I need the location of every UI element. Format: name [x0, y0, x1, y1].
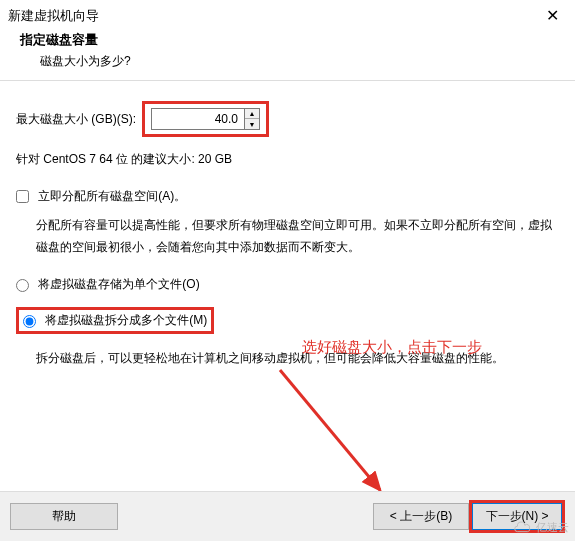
single-file-label[interactable]: 将虚拟磁盘存储为单个文件(O): [16, 277, 200, 291]
cloud-icon: [512, 521, 534, 535]
watermark-text: 亿速云: [536, 520, 569, 535]
page-title: 指定磁盘容量: [20, 31, 555, 49]
split-file-highlight: 将虚拟磁盘拆分成多个文件(M): [16, 307, 214, 334]
watermark: 亿速云: [512, 520, 569, 535]
single-file-radio[interactable]: [16, 279, 29, 292]
allocate-now-checkbox[interactable]: [16, 190, 29, 203]
annotation-text: 选好磁盘大小，点击下一步: [302, 338, 482, 357]
spinner-down-icon[interactable]: ▼: [245, 119, 259, 129]
allocate-now-text: 立即分配所有磁盘空间(A)。: [38, 189, 186, 203]
page-subtitle: 磁盘大小为多少?: [20, 53, 555, 70]
disk-size-label: 最大磁盘大小 (GB)(S):: [16, 111, 136, 128]
window-title: 新建虚拟机向导: [8, 7, 99, 25]
allocate-now-desc: 分配所有容量可以提高性能，但要求所有物理磁盘空间立即可用。如果不立即分配所有空间…: [36, 215, 559, 258]
allocate-now-label[interactable]: 立即分配所有磁盘空间(A)。: [16, 189, 186, 203]
disk-size-highlight: ▲ ▼: [142, 101, 269, 137]
single-file-text: 将虚拟磁盘存储为单个文件(O): [38, 277, 199, 291]
split-file-radio[interactable]: [23, 315, 36, 328]
prev-button[interactable]: < 上一步(B): [373, 503, 469, 530]
disk-size-input[interactable]: [152, 109, 244, 129]
recommended-size-text: 针对 CentOS 7 64 位 的建议大小: 20 GB: [16, 151, 559, 168]
split-file-label[interactable]: 将虚拟磁盘拆分成多个文件(M): [23, 313, 207, 327]
spinner-up-icon[interactable]: ▲: [245, 109, 259, 119]
help-button[interactable]: 帮助: [10, 503, 118, 530]
close-icon[interactable]: ✕: [540, 6, 565, 25]
split-file-text: 将虚拟磁盘拆分成多个文件(M): [45, 313, 207, 327]
